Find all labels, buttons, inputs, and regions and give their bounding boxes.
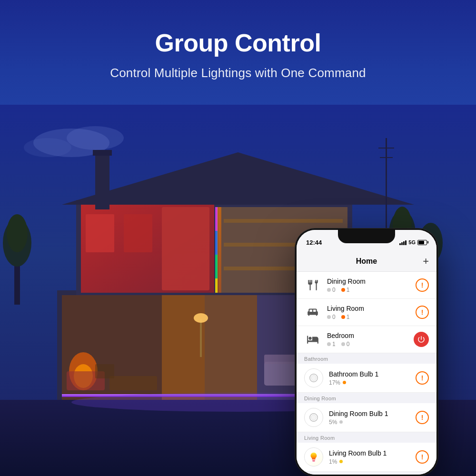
battery-icon [417,240,427,245]
living-room-info: Living Room 0 1 [327,305,416,320]
svg-rect-34 [162,295,257,400]
svg-rect-50 [380,157,393,158]
section-living: Living Room [297,432,436,443]
status-5g-label: 5G [408,239,416,245]
bulb-round-icon-2 [308,412,319,423]
phone-screen: 12:44 5G [297,230,436,475]
dining-bulb-info: Dining Room Bulb 1 5% [329,410,416,426]
subtitle: Control Multiple Lightings with One Comm… [0,66,476,80]
svg-point-3 [24,138,71,157]
living-on-count: 1 [347,314,350,320]
svg-point-6 [7,214,28,252]
dining-stat-on: 1 [341,287,350,293]
dining-bulb-alert[interactable]: ! [416,411,429,424]
dining-on-count: 1 [347,287,350,293]
section-bathroom: Bathroom [297,353,436,364]
bulb-round-icon [308,373,319,383]
bedroom-stat-off: 1 [327,341,336,347]
device-dining-bulb1[interactable]: Dining Room Bulb 1 5% ! [297,403,436,432]
svg-rect-49 [378,148,394,149]
svg-rect-46 [95,152,109,209]
add-button[interactable]: + [423,255,429,268]
battery-fill [418,241,424,244]
living-stat-off: 0 [327,314,336,320]
bedroom-stat-on: 0 [341,341,350,347]
living-bulb-icon [304,447,323,466]
off-dot [327,315,331,319]
svg-rect-33 [95,364,114,378]
living-bulb-dot [339,460,343,463]
status-icons: 5G [399,239,427,245]
phone-notch [338,230,395,243]
dining-alert-button[interactable]: ! [416,278,429,292]
svg-point-52 [311,376,317,381]
bedroom-off-count: 1 [332,341,336,347]
power-icon [417,335,426,344]
room-item-dining[interactable]: Dining Room 0 1 [297,272,436,299]
svg-point-54 [311,415,317,420]
svg-rect-18 [162,207,209,290]
app-header-title: Home [356,257,377,266]
dining-bulb-dot [339,420,343,424]
living-bulb-alert[interactable]: ! [416,450,429,464]
living-alert-button[interactable]: ! [416,306,429,319]
living-bulb-info: Living Room Bulb 1 1% [329,449,416,465]
bathroom-bulb-stats: 17% [329,379,416,386]
signal-bar-1 [399,243,401,245]
signal-bar-2 [401,242,403,245]
svg-rect-47 [93,150,112,156]
bedroom-on-count: 0 [347,341,350,347]
sofa-icon [307,306,319,318]
living-room-icon [304,304,321,321]
svg-rect-27 [215,278,218,293]
device-living-bulb1[interactable]: Living Room Bulb 1 1% ! [297,443,436,472]
svg-rect-25 [215,231,218,255]
phone-mockup: 12:44 5G [295,228,438,476]
bedroom-power-button[interactable] [414,332,429,347]
dining-bulb-name: Dining Room Bulb 1 [329,410,416,417]
svg-rect-20 [224,219,343,223]
on-dot [341,288,345,292]
living-off-count: 0 [332,314,336,320]
dining-room-stats: 0 1 [327,287,416,293]
living-room-stats: 0 1 [327,314,416,320]
bathroom-bulb-pct: 17% [329,379,340,386]
svg-rect-48 [386,138,387,233]
section-dining: Dining Room [297,393,436,403]
off-dot [327,342,331,346]
bathroom-bulb-alert[interactable]: ! [416,371,429,385]
main-title: Group Control [0,29,476,57]
dining-off-count: 0 [332,287,336,293]
svg-rect-32 [109,376,157,390]
dining-bulb-stats: 5% [329,419,416,426]
app-header: Home + [297,251,436,272]
living-stat-on: 1 [341,314,350,320]
status-time: 12:44 [306,239,322,246]
svg-point-2 [67,126,124,150]
title-area: Group Control Control Multiple Lightings… [0,0,476,80]
dining-room-name: Dining Room [327,278,416,285]
svg-rect-16 [86,214,114,252]
room-list: Dining Room 0 1 [297,272,436,353]
svg-rect-35 [200,319,202,357]
bedroom-info: Bedroom 1 0 [327,332,414,347]
section-bedroom-bottom: Bedroom [297,472,436,475]
main-container: Group Control Control Multiple Lightings… [0,0,476,476]
signal-bar-4 [405,240,407,245]
room-item-living[interactable]: Living Room 0 1 [297,299,436,326]
room-item-bedroom[interactable]: Bedroom 1 0 [297,326,436,353]
device-bathroom-bulb1[interactable]: Bathroom Bulb 1 17% ! [297,364,436,393]
bedroom-name: Bedroom [327,332,414,339]
living-bulb-name: Living Room Bulb 1 [329,449,416,457]
dining-stat-off: 0 [327,287,336,293]
signal-bars [399,239,407,245]
on-dot-off [341,342,345,346]
svg-rect-17 [124,214,152,252]
living-bulb-stats: 1% [329,458,416,465]
phone-outer: 12:44 5G [295,228,438,476]
bathroom-bulb-dot [343,381,346,384]
dining-room-icon [304,277,321,294]
svg-point-36 [194,313,208,323]
bathroom-bulb-icon [304,368,323,387]
off-dot [327,288,331,292]
